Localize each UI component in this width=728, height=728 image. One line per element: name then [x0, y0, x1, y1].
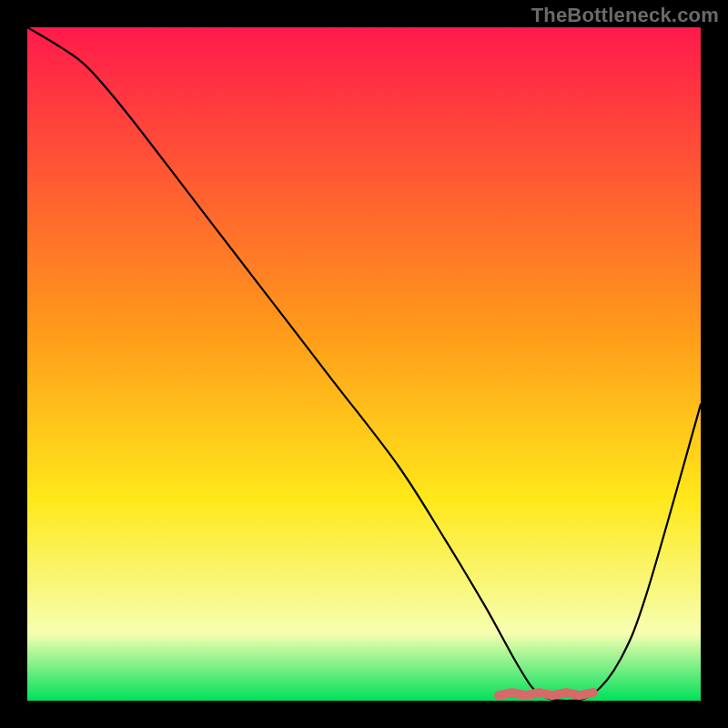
optimal-zone-marker [499, 693, 593, 695]
chart-frame: TheBottleneck.com [0, 0, 728, 728]
bottleneck-chart [27, 27, 701, 701]
gradient-background [27, 27, 701, 701]
watermark-text: TheBottleneck.com [531, 4, 719, 27]
